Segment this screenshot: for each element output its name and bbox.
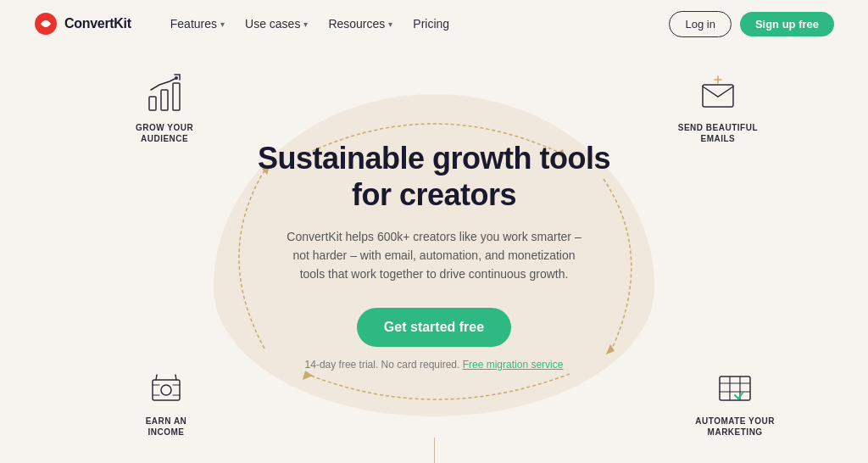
logo[interactable]: ConvertKit: [34, 12, 131, 36]
feature-earn: EARN AN INCOME: [144, 366, 188, 438]
chevron-down-icon: ▾: [303, 20, 308, 29]
svg-marker-3: [303, 371, 313, 380]
nav-pricing[interactable]: Pricing: [404, 12, 458, 36]
grow-label: GROW YOUR AUDIENCE: [136, 122, 193, 144]
nav-resources[interactable]: Resources ▾: [320, 12, 401, 36]
cta-button[interactable]: Get started free: [357, 308, 511, 347]
nav-actions: Log in Sign up free: [669, 11, 834, 37]
svg-rect-7: [173, 83, 180, 110]
migration-link[interactable]: Free migration service: [463, 359, 564, 371]
signup-button[interactable]: Sign up free: [740, 12, 834, 36]
svg-rect-9: [703, 85, 733, 107]
nav-features[interactable]: Features ▾: [162, 12, 233, 36]
chevron-down-icon: ▾: [220, 20, 225, 29]
email-icon: [696, 73, 740, 117]
automate-label: AUTOMATE YOUR MARKETING: [695, 416, 775, 438]
svg-rect-6: [161, 90, 168, 110]
automate-icon: [713, 366, 757, 410]
nav-links: Features ▾ Use cases ▾ Resources ▾ Prici…: [162, 12, 670, 36]
trial-info: 14-day free trial. No card required. Fre…: [258, 359, 610, 371]
chevron-down-icon: ▾: [388, 20, 392, 29]
earn-icon: [144, 366, 188, 410]
logo-text: ConvertKit: [64, 16, 131, 31]
bottom-line: [434, 438, 435, 463]
svg-point-11: [161, 385, 171, 395]
nav-use-cases[interactable]: Use cases ▾: [236, 12, 316, 36]
svg-rect-12: [720, 377, 750, 400]
hero-title: Sustainable growth tools for creators: [258, 140, 610, 213]
feature-grow: GROW YOUR AUDIENCE: [136, 73, 193, 144]
svg-rect-10: [153, 380, 180, 400]
earn-label: EARN AN INCOME: [146, 416, 187, 438]
main-content: Sustainable growth tools for creators Co…: [0, 47, 868, 463]
feature-email: SEND BEAUTIFUL EMAILS: [678, 73, 758, 144]
hero-content: Sustainable growth tools for creators Co…: [258, 140, 610, 371]
hero-subtitle: ConvertKit helps 600k+ creators like you…: [281, 227, 587, 284]
email-label: SEND BEAUTIFUL EMAILS: [678, 122, 758, 144]
login-button[interactable]: Log in: [669, 11, 731, 37]
logo-icon: [34, 12, 58, 36]
feature-automate: AUTOMATE YOUR MARKETING: [695, 366, 775, 438]
navbar: ConvertKit Features ▾ Use cases ▾ Resour…: [0, 0, 868, 47]
svg-point-8: [175, 76, 178, 80]
svg-rect-5: [149, 97, 156, 110]
chart-growth-icon: [142, 73, 186, 117]
